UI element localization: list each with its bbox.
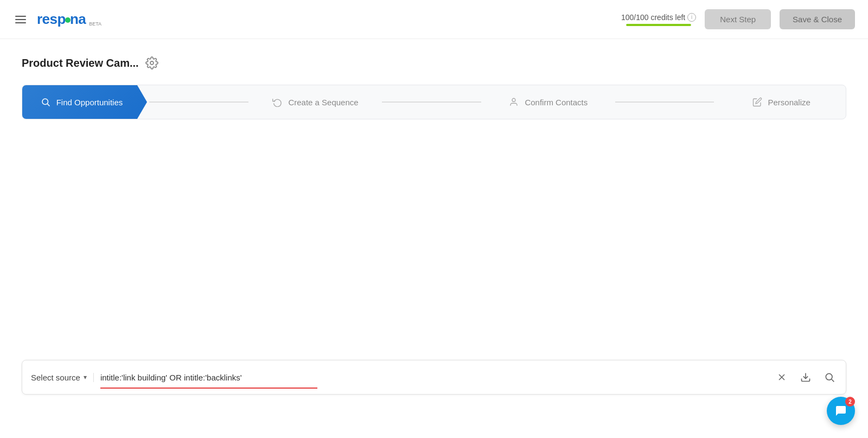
clear-search-button[interactable] [774,370,789,385]
workflow-steps: Find Opportunities Create a Sequence [22,85,846,119]
svg-line-2 [47,104,49,106]
credits-info-icon[interactable]: i [687,13,696,22]
svg-point-1 [42,99,48,105]
next-step-button[interactable]: Next Step [705,9,771,29]
gear-icon[interactable] [145,56,158,69]
credits-bar-fill [626,24,691,26]
step-contacts-label: Confirm Contacts [525,98,588,107]
step-personalize[interactable]: Personalize [716,85,846,119]
hamburger-menu[interactable] [13,14,28,26]
search-bar: Select source ▾ [22,360,846,395]
personalize-step-icon [752,97,763,107]
main-content: Product Review Cam... Find Opportunities [0,39,868,158]
svg-line-8 [832,379,834,382]
select-source-label: Select source [31,373,80,382]
svg-point-0 [150,61,154,65]
credits-bar [626,24,691,26]
step-confirm-contacts[interactable]: Confirm Contacts [483,85,613,119]
search-actions [774,370,837,385]
credits-label: 100/100 credits left [621,13,685,22]
svg-point-3 [512,98,515,101]
step-find-label: Find Opportunities [56,98,123,107]
select-source-dropdown[interactable]: Select source ▾ [31,373,94,382]
credits-container: 100/100 credits left i [621,13,696,26]
search-underline [100,388,317,389]
step-sequence-label: Create a Sequence [288,98,358,107]
chat-badge: 2 [845,397,855,407]
credits-text: 100/100 credits left i [621,13,696,22]
svg-point-7 [826,373,832,380]
header: respna BETA 100/100 credits left i Next … [0,0,868,39]
search-submit-button[interactable] [822,370,837,385]
step-find-opportunities[interactable]: Find Opportunities [22,85,147,119]
save-close-button[interactable]: Save & Close [780,9,855,29]
campaign-title: Product Review Cam... [22,57,139,69]
campaign-title-row: Product Review Cam... [22,56,846,69]
header-left: respna BETA [13,11,101,28]
step-personalize-label: Personalize [768,98,810,107]
search-input[interactable] [100,371,768,384]
header-right: 100/100 credits left i Next Step Save & … [621,9,855,29]
chevron-down-icon: ▾ [84,373,87,381]
chat-bubble[interactable]: 2 [827,397,855,425]
search-step-icon [40,97,51,107]
connector-3 [615,101,714,103]
connector-1 [149,101,248,103]
contacts-step-icon [508,97,519,107]
connector-2 [382,101,481,103]
search-bar-container: Select source ▾ [0,360,868,395]
logo-beta: BETA [89,21,101,27]
step-create-sequence[interactable]: Create a Sequence [251,85,380,119]
logo-text: respna [37,11,86,28]
logo: respna BETA [37,11,101,28]
download-button[interactable] [798,370,813,385]
search-input-wrapper [100,371,768,384]
sequence-step-icon [272,97,283,107]
